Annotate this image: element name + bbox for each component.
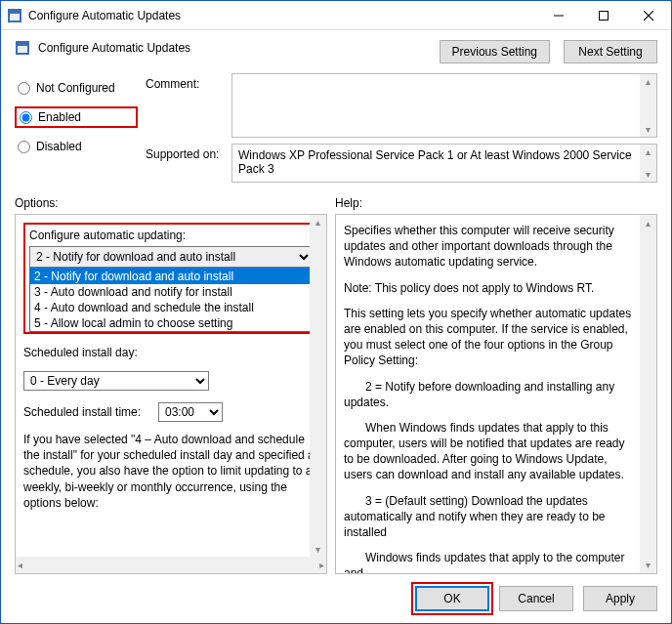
scheduled-time-label: Scheduled install time: <box>23 405 150 419</box>
help-p3: This setting lets you specify whether au… <box>344 306 635 369</box>
options-h-scrollbar[interactable]: ◂ ▸ <box>16 557 326 573</box>
radio-disabled-label: Disabled <box>36 140 82 153</box>
radio-enabled-label: Enabled <box>38 110 81 124</box>
section-labels: Options: Help: <box>1 188 671 214</box>
scroll-down-icon: ▾ <box>315 544 320 555</box>
ok-button[interactable]: OK <box>415 586 489 611</box>
close-button[interactable] <box>626 1 671 30</box>
configure-updating-label: Configure automatic updating: <box>29 229 313 242</box>
options-panel: Configure automatic updating: 2 - Notify… <box>15 214 327 574</box>
minimize-button[interactable] <box>536 1 581 30</box>
dropdown-item-5[interactable]: 5 - Allow local admin to choose setting <box>30 315 312 331</box>
comment-textarea[interactable]: ▴▾ <box>231 73 657 138</box>
supported-label: Supported on: <box>146 144 224 161</box>
policy-title: Configure Automatic Updates <box>38 41 190 55</box>
scroll-down-icon: ▾ <box>646 124 651 135</box>
help-p2: Note: This policy does not apply to Wind… <box>344 280 635 296</box>
scroll-right-icon: ▸ <box>319 560 324 570</box>
window-controls <box>536 1 671 30</box>
config-row: Not Configured Enabled Disabled Comment:… <box>1 69 671 188</box>
policy-icon <box>15 40 30 56</box>
scroll-up-icon: ▴ <box>646 146 651 157</box>
dropdown-item-2[interactable]: 2 - Notify for download and auto install <box>30 269 312 284</box>
configure-updating-combo[interactable]: 2 - Notify for download and auto install <box>29 246 313 268</box>
titlebar: Configure Automatic Updates <box>1 1 671 30</box>
comment-label: Comment: <box>146 73 224 91</box>
help-p1: Specifies whether this computer will rec… <box>344 223 635 270</box>
help-p5: When Windows finds updates that apply to… <box>344 420 635 483</box>
options-heading: Options: <box>15 196 335 210</box>
dropdown-item-3[interactable]: 3 - Auto download and notify for install <box>30 284 312 300</box>
previous-setting-button[interactable]: Previous Setting <box>440 40 550 63</box>
scroll-up-icon: ▴ <box>315 217 320 228</box>
help-panel: Specifies whether this computer will rec… <box>335 214 657 574</box>
radio-enabled-input[interactable] <box>20 111 32 124</box>
scheduled-day-combo[interactable]: 0 - Every day <box>23 371 209 391</box>
help-p7: Windows finds updates that apply to the … <box>344 550 635 574</box>
apply-button[interactable]: Apply <box>583 586 657 611</box>
help-p4: 2 = Notify before downloading and instal… <box>344 379 635 410</box>
help-p6: 3 = (Default setting) Download the updat… <box>344 493 635 541</box>
configure-updating-group: Configure automatic updating: 2 - Notify… <box>23 223 318 334</box>
supported-textbox: Windows XP Professional Service Pack 1 o… <box>231 144 657 183</box>
app-icon <box>7 8 22 23</box>
options-note: If you have selected "4 – Auto download … <box>23 432 318 511</box>
svg-rect-9 <box>18 43 27 46</box>
scheduled-time-combo[interactable]: 03:00 <box>158 402 223 422</box>
configure-updating-dropdown: 2 - Notify for download and auto install… <box>29 268 313 332</box>
radio-enabled[interactable]: Enabled <box>15 106 138 128</box>
radio-disabled-input[interactable] <box>18 141 30 153</box>
radio-not-configured-label: Not Configured <box>36 81 115 95</box>
state-radio-group: Not Configured Enabled Disabled <box>15 73 138 183</box>
scheduled-day-label: Scheduled install day: <box>23 346 150 359</box>
radio-not-configured-input[interactable] <box>18 82 30 95</box>
radio-not-configured[interactable]: Not Configured <box>15 79 138 97</box>
scroll-up-icon: ▴ <box>646 217 651 230</box>
next-setting-button[interactable]: Next Setting <box>564 40 657 63</box>
dropdown-item-4[interactable]: 4 - Auto download and schedule the insta… <box>30 300 312 315</box>
radio-disabled[interactable]: Disabled <box>15 138 138 155</box>
scroll-down-icon: ▾ <box>646 559 651 572</box>
window-title: Configure Automatic Updates <box>28 9 536 22</box>
scroll-down-icon: ▾ <box>646 169 651 180</box>
cancel-button[interactable]: Cancel <box>499 586 573 611</box>
options-v-scrollbar[interactable]: ▴▾ <box>310 215 326 557</box>
header: Configure Automatic Updates Previous Set… <box>1 30 671 69</box>
maximize-button[interactable] <box>581 1 626 30</box>
svg-rect-4 <box>600 11 609 20</box>
footer: OK Cancel Apply <box>1 574 671 623</box>
scroll-left-icon: ◂ <box>18 560 22 570</box>
scroll-up-icon: ▴ <box>646 76 651 87</box>
comment-scrollbar[interactable]: ▴▾ <box>640 74 656 137</box>
svg-rect-2 <box>10 11 20 14</box>
supported-value: Windows XP Professional Service Pack 1 o… <box>238 148 632 176</box>
help-heading: Help: <box>335 196 657 210</box>
dialog-window: Configure Automatic Updates Configure Au… <box>0 0 672 624</box>
supported-scrollbar[interactable]: ▴▾ <box>640 145 656 182</box>
help-scrollbar[interactable]: ▴▾ <box>640 215 656 573</box>
